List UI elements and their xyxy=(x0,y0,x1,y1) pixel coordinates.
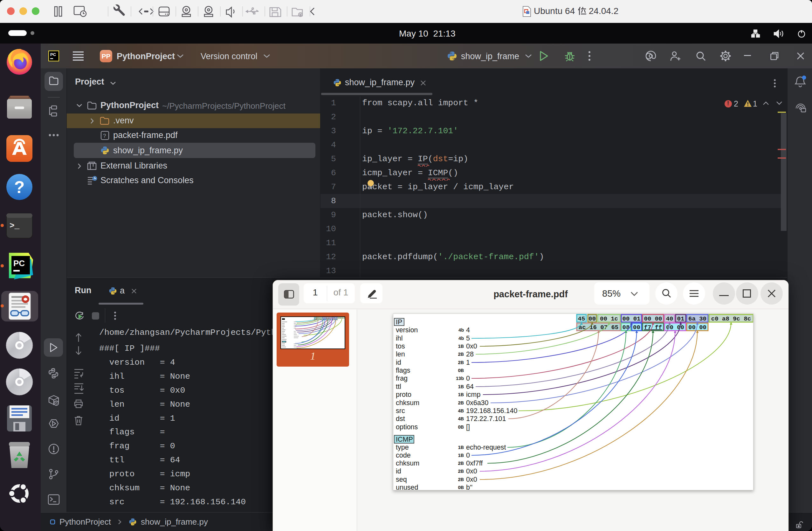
svg-text:0x0: 0x0 xyxy=(466,468,477,475)
svg-text:b'': b'' xyxy=(466,484,473,490)
svg-text:len: len xyxy=(396,350,405,358)
svg-text:src: src xyxy=(396,407,405,415)
svg-text:4b: 4b xyxy=(459,328,464,333)
svg-text:frag: frag xyxy=(396,375,408,382)
svg-text:chksum: chksum xyxy=(396,459,419,467)
svg-text:192.168.156.140: 192.168.156.140 xyxy=(466,407,517,415)
svg-text:ICMP: ICMP xyxy=(396,435,413,443)
svg-text:1B: 1B xyxy=(458,445,464,450)
svg-text:0: 0 xyxy=(466,375,470,382)
svg-text:13b: 13b xyxy=(456,376,464,381)
svg-text:0x0: 0x0 xyxy=(466,342,477,350)
svg-text:00 1c: 00 1c xyxy=(600,315,618,322)
svg-text:PC: PC xyxy=(50,52,56,57)
svg-text:4B: 4B xyxy=(458,408,464,413)
svg-text:options: options xyxy=(396,423,418,431)
svg-text:c0 a8 9c 8c: c0 a8 9c 8c xyxy=(711,315,751,322)
svg-text:PC: PC xyxy=(13,259,25,268)
svg-text:ttl: ttl xyxy=(396,383,401,390)
svg-text:172.22.7.101: 172.22.7.101 xyxy=(466,415,506,422)
svg-text:6a 30: 6a 30 xyxy=(688,315,707,322)
svg-text:2B: 2B xyxy=(458,400,464,405)
svg-text:0: 0 xyxy=(466,451,470,459)
svg-text:1B: 1B xyxy=(458,384,464,389)
svg-text:00 01: 00 01 xyxy=(622,315,640,322)
svg-text:0B: 0B xyxy=(458,485,464,490)
svg-text:icmp: icmp xyxy=(466,391,480,398)
svg-text:45: 45 xyxy=(578,315,585,322)
svg-text:00 00: 00 00 xyxy=(644,315,662,322)
svg-text:2B: 2B xyxy=(458,477,464,482)
svg-text:echo-request: echo-request xyxy=(466,444,506,451)
svg-text:unused: unused xyxy=(396,484,418,490)
svg-text:28: 28 xyxy=(466,350,474,358)
svg-text:type: type xyxy=(396,444,409,451)
svg-text:chksum: chksum xyxy=(396,399,419,407)
svg-text:4B: 4B xyxy=(458,416,464,421)
svg-text:0xf7ff: 0xf7ff xyxy=(466,459,483,467)
svg-text:2B: 2B xyxy=(458,461,464,466)
svg-text:seq: seq xyxy=(396,476,407,483)
svg-text:4: 4 xyxy=(466,326,470,334)
svg-text:08: 08 xyxy=(623,324,630,331)
svg-text:tos: tos xyxy=(396,342,405,350)
svg-text:>_: >_ xyxy=(10,221,20,231)
svg-text:IP: IP xyxy=(396,318,402,326)
svg-text:1B: 1B xyxy=(458,392,464,397)
svg-text:dst: dst xyxy=(396,415,405,422)
svg-text:2B: 2B xyxy=(458,469,464,474)
svg-text:5: 5 xyxy=(466,334,470,342)
svg-text:1B: 1B xyxy=(458,344,464,349)
svg-text:40: 40 xyxy=(666,315,673,322)
svg-text:0x6a30: 0x6a30 xyxy=(466,399,489,407)
svg-text:id: id xyxy=(396,468,401,475)
svg-text:01: 01 xyxy=(677,315,684,322)
svg-text:00: 00 xyxy=(589,315,596,322)
svg-text:0B: 0B xyxy=(458,425,464,430)
svg-text:1: 1 xyxy=(466,359,470,366)
svg-text:[]: [] xyxy=(466,423,470,431)
svg-text:ihl: ihl xyxy=(396,334,403,342)
svg-text:64: 64 xyxy=(466,383,474,390)
svg-text:1B: 1B xyxy=(458,453,464,458)
svg-text:0B: 0B xyxy=(458,368,464,373)
svg-text:id: id xyxy=(396,359,401,366)
svg-text:code: code xyxy=(396,451,411,459)
svg-text:2B: 2B xyxy=(458,360,464,365)
svg-text:?: ? xyxy=(103,133,106,139)
svg-text:version: version xyxy=(396,326,418,334)
svg-text:0x0: 0x0 xyxy=(466,476,477,483)
svg-text:?: ? xyxy=(14,177,25,197)
svg-text:proto: proto xyxy=(396,391,411,398)
svg-text:flags: flags xyxy=(396,367,410,374)
svg-text:4b: 4b xyxy=(459,336,464,341)
svg-text:2B: 2B xyxy=(458,352,464,357)
svg-text:00: 00 xyxy=(633,324,640,331)
